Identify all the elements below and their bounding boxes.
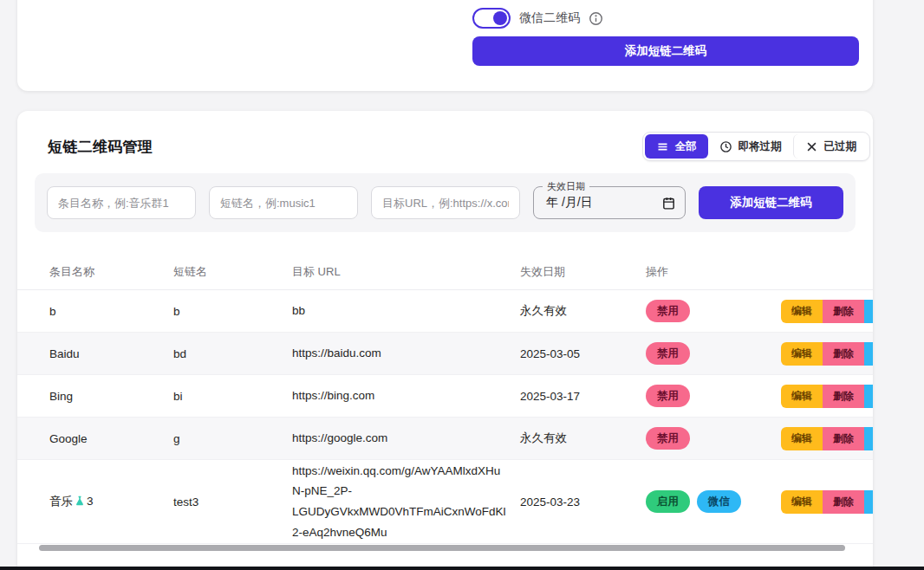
- tab-expiring-soon-label: 即将过期: [739, 139, 782, 154]
- filter-bar: 失效日期 年 /月/日 添加短链二维码: [35, 173, 856, 232]
- target-url-input[interactable]: [371, 186, 520, 219]
- delete-button[interactable]: 删除: [823, 385, 864, 408]
- cell-status: 禁用: [646, 385, 781, 407]
- col-header-target-url: 目标 URL: [292, 262, 520, 282]
- cell-expiry-date: 2025-03-17: [520, 390, 646, 403]
- cell-entry-name: 音乐3: [49, 494, 173, 509]
- cell-target-url: https://baidu.com: [292, 343, 520, 364]
- table-header-row: 条目名称 短链名 目标 URL 失效日期 操作: [17, 255, 873, 290]
- horizontal-scrollbar[interactable]: [39, 545, 845, 551]
- qrcode-button[interactable]: 二维码: [864, 427, 873, 450]
- expiry-date-input[interactable]: 失效日期 年 /月/日: [533, 186, 686, 219]
- qrcode-button[interactable]: 二维码: [864, 300, 873, 323]
- cell-expiry-date: 永久有效: [520, 303, 646, 319]
- page-title: 短链二维码管理: [48, 137, 153, 157]
- info-icon[interactable]: [589, 11, 603, 26]
- cell-shortlink-name: test3: [173, 496, 292, 508]
- cell-actions: 编辑删除二维码: [781, 385, 873, 408]
- qrcode-button[interactable]: 二维码: [864, 342, 873, 366]
- cell-shortlink-name: b: [173, 305, 292, 318]
- calendar-icon[interactable]: [661, 196, 676, 211]
- table-row: Googleghttps://google.com永久有效禁用编辑删除二维码: [17, 418, 873, 460]
- cell-status: 禁用: [646, 427, 781, 450]
- cell-shortlink-name: g: [173, 432, 292, 445]
- list-icon: [656, 140, 669, 153]
- table-row: bbbb永久有效禁用编辑删除二维码: [17, 290, 873, 333]
- cell-target-url: https://bing.com: [292, 385, 520, 406]
- tab-expiring-soon[interactable]: 即将过期: [708, 134, 793, 159]
- table-row: Baidubdhttps://baidu.com2025-03-05禁用编辑删除…: [17, 333, 873, 375]
- cell-expiry-date: 永久有效: [520, 431, 646, 446]
- col-header-expiry-date: 失效日期: [520, 264, 646, 280]
- cell-actions: 编辑删除二维码: [781, 427, 873, 450]
- cell-status: 启用微信: [646, 490, 781, 513]
- wechat-qr-toggle[interactable]: [472, 8, 511, 29]
- delete-button[interactable]: 删除: [823, 342, 864, 366]
- cell-shortlink-name: bd: [173, 347, 292, 360]
- add-qrcode-card: 微信二维码 添加短链二维码: [17, 0, 873, 91]
- cell-actions: 编辑删除二维码: [781, 490, 873, 514]
- col-header-entry-name: 条目名称: [49, 264, 173, 280]
- expiry-date-label: 失效日期: [543, 180, 589, 193]
- cell-entry-name: Baidu: [49, 347, 173, 360]
- disable-toggle-badge[interactable]: 禁用: [646, 342, 690, 365]
- edit-button[interactable]: 编辑: [781, 385, 823, 408]
- add-shortlink-qrcode-button[interactable]: 添加短链二维码: [699, 186, 843, 219]
- tab-all-label: 全部: [675, 139, 697, 154]
- table-row: 音乐3test3https://weixin.qq.com/g/AwYAAMlx…: [17, 460, 873, 544]
- clock-icon: [719, 140, 732, 153]
- cell-status: 禁用: [646, 300, 781, 322]
- cell-target-url: bb: [292, 301, 520, 321]
- cell-expiry-date: 2025-03-23: [520, 496, 646, 508]
- enable-toggle-badge[interactable]: 启用: [646, 490, 690, 513]
- shortlink-manager-card: 短链二维码管理 全部 即将过期: [17, 111, 873, 570]
- delete-button[interactable]: 删除: [823, 300, 864, 323]
- flask-icon: [74, 495, 86, 507]
- table-row: Bingbihttps://bing.com2025-03-17禁用编辑删除二维…: [17, 375, 873, 418]
- edit-button[interactable]: 编辑: [781, 300, 823, 323]
- tab-expired-label: 已过期: [824, 139, 857, 154]
- cell-entry-name: Google: [49, 432, 173, 445]
- edit-button[interactable]: 编辑: [781, 342, 823, 366]
- cell-actions: 编辑删除二维码: [781, 342, 873, 366]
- expiry-date-value: 年 /月/日: [546, 195, 661, 211]
- x-icon: [805, 140, 818, 153]
- entry-name-input[interactable]: [47, 186, 196, 219]
- qrcode-button[interactable]: 二维码: [864, 490, 873, 514]
- cell-actions: 编辑删除二维码: [781, 300, 873, 323]
- disable-toggle-badge[interactable]: 禁用: [646, 300, 690, 322]
- bottom-edge-bar: [0, 567, 924, 570]
- cell-shortlink-name: bi: [173, 390, 292, 403]
- delete-button[interactable]: 删除: [823, 490, 864, 514]
- delete-button[interactable]: 删除: [823, 427, 864, 450]
- filter-tabs: 全部 即将过期 已过期: [642, 132, 871, 161]
- add-qrcode-form: 微信二维码 添加短链二维码: [472, 7, 859, 66]
- cell-status: 禁用: [646, 342, 781, 365]
- tab-expired[interactable]: 已过期: [793, 134, 869, 159]
- cell-target-url: https://weixin.qq.com/g/AwYAAMlxdXHuN-pN…: [292, 461, 520, 543]
- disable-toggle-badge[interactable]: 禁用: [646, 385, 690, 407]
- col-header-shortlink-name: 短链名: [173, 264, 292, 280]
- table-body: bbbb永久有效禁用编辑删除二维码Baidubdhttps://baidu.co…: [17, 290, 873, 544]
- wechat-qr-toggle-label: 微信二维码: [519, 10, 580, 26]
- shortlink-name-input[interactable]: [209, 186, 358, 219]
- wechat-tag-badge: 微信: [697, 490, 741, 513]
- edit-button[interactable]: 编辑: [781, 427, 823, 450]
- tab-all[interactable]: 全部: [645, 134, 708, 159]
- cell-expiry-date: 2025-03-05: [520, 347, 646, 360]
- cell-target-url: https://google.com: [292, 428, 520, 449]
- shortlink-table: 条目名称 短链名 目标 URL 失效日期 操作 bbbb永久有效禁用编辑删除二维…: [17, 255, 873, 544]
- col-header-actions: 操作: [646, 264, 781, 280]
- add-shortlink-qrcode-button[interactable]: 添加短链二维码: [472, 36, 859, 66]
- cell-entry-name: Bing: [49, 390, 173, 403]
- edit-button[interactable]: 编辑: [781, 490, 823, 514]
- cell-entry-name: b: [49, 305, 173, 318]
- qrcode-button[interactable]: 二维码: [864, 385, 873, 408]
- disable-toggle-badge[interactable]: 禁用: [646, 427, 690, 450]
